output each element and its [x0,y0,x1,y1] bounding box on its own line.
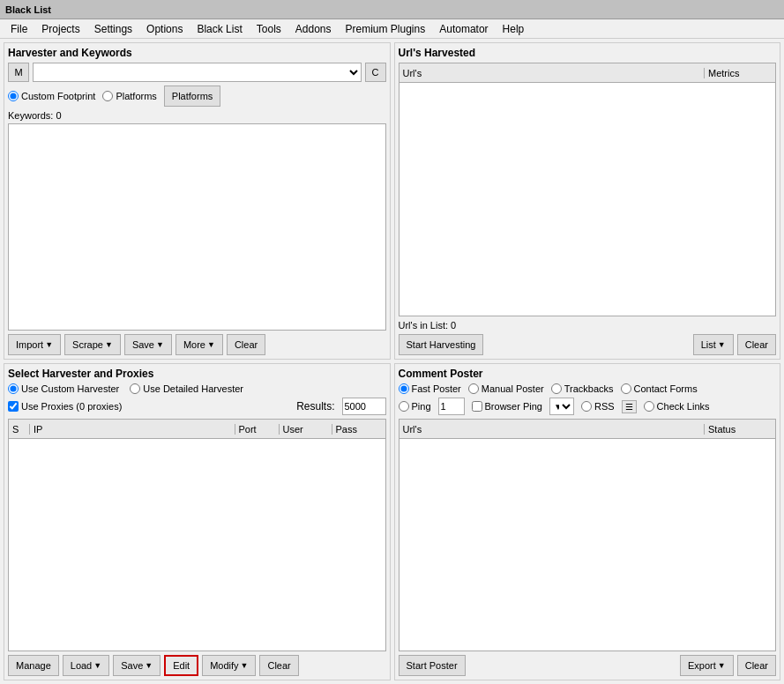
scrape-arrow: ▼ [105,340,113,349]
browser-ping-label[interactable]: Browser Ping [472,401,542,412]
scrape-button[interactable]: Scrape ▼ [64,334,121,355]
platforms-radio[interactable] [102,91,113,101]
use-detailed-harvester-radio[interactable] [130,383,140,394]
use-proxies-label[interactable]: Use Proxies (0 proxies) [8,401,122,412]
menu-settings[interactable]: Settings [87,21,139,37]
contact-forms-radio[interactable] [621,383,631,394]
proxy-clear-button[interactable]: Clear [259,655,298,676]
browser-ping-select[interactable]: ▼ [549,398,574,415]
manual-poster-text: Manual Poster [482,383,544,394]
urls-col-metrics: Metrics [705,68,775,78]
menu-blacklist[interactable]: Black List [190,21,249,37]
rss-text: RSS [594,401,615,412]
use-detailed-harvester-label[interactable]: Use Detailed Harvester [130,383,243,394]
proxy-table-header: S IP Port User Pass [9,420,385,439]
ping-text: Ping [412,401,431,412]
platforms-radio-text: Platforms [116,91,156,101]
comment-poster-panel: Comment Poster Fast Poster Manual Poster… [394,363,781,680]
import-arrow: ▼ [45,340,53,349]
select-harvester-title: Select Harvester and Proxies [8,368,386,380]
check-links-text: Check Links [657,401,710,412]
m-button[interactable]: M [8,63,29,82]
title-bar: Black List [0,0,784,19]
custom-footprint-radio[interactable] [8,91,19,101]
c-button[interactable]: C [365,63,386,82]
urls-clear-button[interactable]: Clear [737,334,776,355]
proxy-col-user: User [280,424,332,435]
export-arrow: ▼ [718,661,726,670]
menu-projects[interactable]: Projects [34,21,86,37]
manual-poster-label[interactable]: Manual Poster [468,383,544,394]
ping-label[interactable]: Ping [399,401,431,412]
custom-footprint-label[interactable]: Custom Footprint [8,91,95,101]
use-proxies-text: Use Proxies (0 proxies) [21,401,122,412]
export-button[interactable]: Export ▼ [680,655,734,676]
rss-radio[interactable] [581,401,592,412]
poster-col-status: Status [705,424,775,435]
list-label: List [701,339,716,350]
menu-addons[interactable]: Addons [288,21,339,37]
proxy-col-s: S [9,424,30,435]
results-input[interactable] [342,398,386,415]
main-content: Harvester and Keywords M C Custom Footpr… [0,39,784,684]
keywords-textarea[interactable] [8,123,386,331]
trackbacks-radio[interactable] [551,383,562,394]
harvester-clear-button[interactable]: Clear [227,334,265,355]
fast-poster-label[interactable]: Fast Poster [399,383,461,394]
platforms-button[interactable]: Platforms [164,86,220,107]
check-links-label[interactable]: Check Links [644,401,710,412]
modify-button[interactable]: Modify ▼ [202,655,256,676]
use-custom-harvester-text: Use Custom Harvester [21,383,119,394]
keywords-count: Keywords: 0 [8,110,386,121]
comment-poster-title: Comment Poster [399,368,777,380]
menu-tools[interactable]: Tools [250,21,288,37]
urls-panel: Url's Harvested Url's Metrics Url's in L… [394,42,781,360]
menu-help[interactable]: Help [496,21,532,37]
ping-radio[interactable] [399,401,409,412]
urls-col-urls: Url's [399,68,706,78]
custom-footprint-text: Custom Footprint [21,91,95,101]
check-links-radio[interactable] [644,401,654,412]
poster-row2: Ping Browser Ping ▼ RSS ☰ Check Links [399,398,777,415]
harvester-options-row: Use Custom Harvester Use Detailed Harves… [8,383,386,394]
proxy-col-ip: IP [30,424,235,435]
start-poster-button[interactable]: Start Poster [399,655,466,676]
edit-button[interactable]: Edit [164,655,198,676]
urls-panel-title: Url's Harvested [399,47,777,59]
proxy-table: S IP Port User Pass [8,419,386,651]
ping-input[interactable] [438,398,465,415]
trackbacks-label[interactable]: Trackbacks [551,383,614,394]
use-proxies-checkbox[interactable] [8,401,19,412]
rss-label[interactable]: RSS [581,401,615,412]
save-button[interactable]: Save ▼ [124,334,172,355]
contact-forms-label[interactable]: Contact Forms [621,383,698,394]
poster-btn-row: Start Poster Export ▼ Clear [399,655,777,676]
use-custom-harvester-label[interactable]: Use Custom Harvester [8,383,119,394]
keyword-dropdown[interactable] [33,63,362,82]
poster-clear-button[interactable]: Clear [737,655,776,676]
urls-in-list: Url's in List: 0 [399,320,777,331]
start-harvesting-button[interactable]: Start Harvesting [399,334,484,355]
browser-ping-checkbox[interactable] [472,401,482,412]
menu-options[interactable]: Options [139,21,190,37]
fast-poster-radio[interactable] [399,383,409,394]
menu-premium[interactable]: Premium Plugins [339,21,433,37]
manual-poster-radio[interactable] [468,383,479,394]
rss-icon: ☰ [622,400,637,413]
list-button[interactable]: List ▼ [693,334,734,355]
menu-file[interactable]: File [4,21,34,37]
platforms-radio-label[interactable]: Platforms [102,91,156,101]
trackbacks-text: Trackbacks [564,383,614,394]
proxy-col-pass: Pass [332,424,385,435]
use-custom-harvester-radio[interactable] [8,383,19,394]
more-button[interactable]: More ▼ [175,334,223,355]
load-button[interactable]: Load ▼ [63,655,109,676]
menu-automator[interactable]: Automator [432,21,495,37]
manage-button[interactable]: Manage [8,655,59,676]
urls-table: Url's Metrics [399,63,777,316]
import-button[interactable]: Import ▼ [8,334,61,355]
title-text: Black List [5,4,51,15]
proxy-save-button[interactable]: Save ▼ [113,655,161,676]
menu-bar: File Projects Settings Options Black Lis… [0,19,784,39]
modify-label: Modify [210,660,238,671]
